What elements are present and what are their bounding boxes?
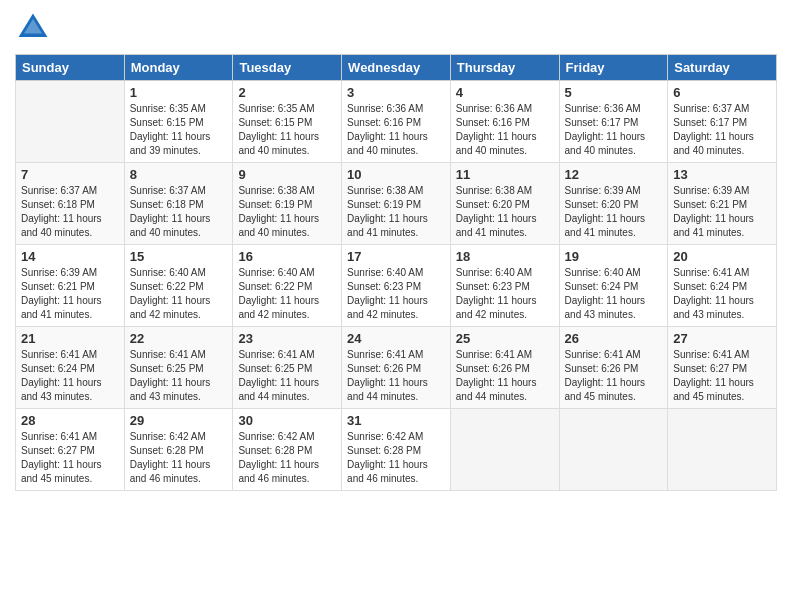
day-info: Sunrise: 6:40 AM Sunset: 6:24 PM Dayligh… [565, 266, 663, 322]
calendar-cell: 8Sunrise: 6:37 AM Sunset: 6:18 PM Daylig… [124, 163, 233, 245]
day-info: Sunrise: 6:37 AM Sunset: 6:18 PM Dayligh… [21, 184, 119, 240]
day-info: Sunrise: 6:38 AM Sunset: 6:20 PM Dayligh… [456, 184, 554, 240]
calendar-cell: 9Sunrise: 6:38 AM Sunset: 6:19 PM Daylig… [233, 163, 342, 245]
day-number: 17 [347, 249, 445, 264]
day-number: 19 [565, 249, 663, 264]
day-info: Sunrise: 6:38 AM Sunset: 6:19 PM Dayligh… [238, 184, 336, 240]
calendar-cell: 26Sunrise: 6:41 AM Sunset: 6:26 PM Dayli… [559, 327, 668, 409]
calendar-cell: 22Sunrise: 6:41 AM Sunset: 6:25 PM Dayli… [124, 327, 233, 409]
day-info: Sunrise: 6:42 AM Sunset: 6:28 PM Dayligh… [238, 430, 336, 486]
day-number: 5 [565, 85, 663, 100]
day-header-thursday: Thursday [450, 55, 559, 81]
day-info: Sunrise: 6:41 AM Sunset: 6:24 PM Dayligh… [673, 266, 771, 322]
logo [15, 10, 55, 46]
calendar-cell: 15Sunrise: 6:40 AM Sunset: 6:22 PM Dayli… [124, 245, 233, 327]
day-number: 21 [21, 331, 119, 346]
day-info: Sunrise: 6:36 AM Sunset: 6:16 PM Dayligh… [347, 102, 445, 158]
week-row-3: 14Sunrise: 6:39 AM Sunset: 6:21 PM Dayli… [16, 245, 777, 327]
day-info: Sunrise: 6:35 AM Sunset: 6:15 PM Dayligh… [130, 102, 228, 158]
week-row-4: 21Sunrise: 6:41 AM Sunset: 6:24 PM Dayli… [16, 327, 777, 409]
day-info: Sunrise: 6:39 AM Sunset: 6:21 PM Dayligh… [673, 184, 771, 240]
day-header-tuesday: Tuesday [233, 55, 342, 81]
day-info: Sunrise: 6:35 AM Sunset: 6:15 PM Dayligh… [238, 102, 336, 158]
calendar-cell: 12Sunrise: 6:39 AM Sunset: 6:20 PM Dayli… [559, 163, 668, 245]
week-row-2: 7Sunrise: 6:37 AM Sunset: 6:18 PM Daylig… [16, 163, 777, 245]
calendar-cell: 20Sunrise: 6:41 AM Sunset: 6:24 PM Dayli… [668, 245, 777, 327]
day-info: Sunrise: 6:39 AM Sunset: 6:21 PM Dayligh… [21, 266, 119, 322]
day-header-saturday: Saturday [668, 55, 777, 81]
day-info: Sunrise: 6:38 AM Sunset: 6:19 PM Dayligh… [347, 184, 445, 240]
day-number: 6 [673, 85, 771, 100]
calendar-table: SundayMondayTuesdayWednesdayThursdayFrid… [15, 54, 777, 491]
calendar-cell [559, 409, 668, 491]
day-number: 15 [130, 249, 228, 264]
calendar-cell [16, 81, 125, 163]
calendar-cell [668, 409, 777, 491]
day-number: 28 [21, 413, 119, 428]
calendar-cell: 28Sunrise: 6:41 AM Sunset: 6:27 PM Dayli… [16, 409, 125, 491]
day-info: Sunrise: 6:41 AM Sunset: 6:25 PM Dayligh… [130, 348, 228, 404]
day-info: Sunrise: 6:40 AM Sunset: 6:22 PM Dayligh… [130, 266, 228, 322]
day-header-wednesday: Wednesday [342, 55, 451, 81]
day-info: Sunrise: 6:42 AM Sunset: 6:28 PM Dayligh… [130, 430, 228, 486]
day-header-monday: Monday [124, 55, 233, 81]
calendar-cell: 1Sunrise: 6:35 AM Sunset: 6:15 PM Daylig… [124, 81, 233, 163]
calendar-cell [450, 409, 559, 491]
day-info: Sunrise: 6:41 AM Sunset: 6:26 PM Dayligh… [565, 348, 663, 404]
header-row: SundayMondayTuesdayWednesdayThursdayFrid… [16, 55, 777, 81]
day-number: 2 [238, 85, 336, 100]
calendar-cell: 2Sunrise: 6:35 AM Sunset: 6:15 PM Daylig… [233, 81, 342, 163]
day-header-friday: Friday [559, 55, 668, 81]
calendar-cell: 19Sunrise: 6:40 AM Sunset: 6:24 PM Dayli… [559, 245, 668, 327]
calendar-cell: 29Sunrise: 6:42 AM Sunset: 6:28 PM Dayli… [124, 409, 233, 491]
day-number: 16 [238, 249, 336, 264]
week-row-5: 28Sunrise: 6:41 AM Sunset: 6:27 PM Dayli… [16, 409, 777, 491]
day-info: Sunrise: 6:41 AM Sunset: 6:26 PM Dayligh… [456, 348, 554, 404]
calendar-cell: 27Sunrise: 6:41 AM Sunset: 6:27 PM Dayli… [668, 327, 777, 409]
calendar-cell: 25Sunrise: 6:41 AM Sunset: 6:26 PM Dayli… [450, 327, 559, 409]
day-number: 7 [21, 167, 119, 182]
day-number: 29 [130, 413, 228, 428]
day-info: Sunrise: 6:41 AM Sunset: 6:27 PM Dayligh… [673, 348, 771, 404]
day-info: Sunrise: 6:37 AM Sunset: 6:17 PM Dayligh… [673, 102, 771, 158]
calendar-cell: 18Sunrise: 6:40 AM Sunset: 6:23 PM Dayli… [450, 245, 559, 327]
calendar-cell: 31Sunrise: 6:42 AM Sunset: 6:28 PM Dayli… [342, 409, 451, 491]
logo-icon [15, 10, 51, 46]
day-number: 14 [21, 249, 119, 264]
day-info: Sunrise: 6:36 AM Sunset: 6:16 PM Dayligh… [456, 102, 554, 158]
day-number: 8 [130, 167, 228, 182]
week-row-1: 1Sunrise: 6:35 AM Sunset: 6:15 PM Daylig… [16, 81, 777, 163]
header [15, 10, 777, 46]
calendar-cell: 21Sunrise: 6:41 AM Sunset: 6:24 PM Dayli… [16, 327, 125, 409]
day-info: Sunrise: 6:41 AM Sunset: 6:26 PM Dayligh… [347, 348, 445, 404]
day-number: 20 [673, 249, 771, 264]
calendar-cell: 17Sunrise: 6:40 AM Sunset: 6:23 PM Dayli… [342, 245, 451, 327]
day-info: Sunrise: 6:39 AM Sunset: 6:20 PM Dayligh… [565, 184, 663, 240]
calendar-cell: 11Sunrise: 6:38 AM Sunset: 6:20 PM Dayli… [450, 163, 559, 245]
day-number: 4 [456, 85, 554, 100]
day-number: 1 [130, 85, 228, 100]
calendar-cell: 10Sunrise: 6:38 AM Sunset: 6:19 PM Dayli… [342, 163, 451, 245]
calendar-cell: 16Sunrise: 6:40 AM Sunset: 6:22 PM Dayli… [233, 245, 342, 327]
day-info: Sunrise: 6:42 AM Sunset: 6:28 PM Dayligh… [347, 430, 445, 486]
day-number: 13 [673, 167, 771, 182]
calendar-cell: 5Sunrise: 6:36 AM Sunset: 6:17 PM Daylig… [559, 81, 668, 163]
day-info: Sunrise: 6:37 AM Sunset: 6:18 PM Dayligh… [130, 184, 228, 240]
calendar-cell: 6Sunrise: 6:37 AM Sunset: 6:17 PM Daylig… [668, 81, 777, 163]
day-number: 18 [456, 249, 554, 264]
day-number: 11 [456, 167, 554, 182]
calendar-cell: 30Sunrise: 6:42 AM Sunset: 6:28 PM Dayli… [233, 409, 342, 491]
day-info: Sunrise: 6:36 AM Sunset: 6:17 PM Dayligh… [565, 102, 663, 158]
calendar-cell: 23Sunrise: 6:41 AM Sunset: 6:25 PM Dayli… [233, 327, 342, 409]
day-number: 30 [238, 413, 336, 428]
day-number: 25 [456, 331, 554, 346]
day-info: Sunrise: 6:41 AM Sunset: 6:27 PM Dayligh… [21, 430, 119, 486]
day-number: 12 [565, 167, 663, 182]
day-info: Sunrise: 6:40 AM Sunset: 6:23 PM Dayligh… [347, 266, 445, 322]
day-header-sunday: Sunday [16, 55, 125, 81]
day-number: 3 [347, 85, 445, 100]
day-info: Sunrise: 6:41 AM Sunset: 6:25 PM Dayligh… [238, 348, 336, 404]
calendar-cell: 3Sunrise: 6:36 AM Sunset: 6:16 PM Daylig… [342, 81, 451, 163]
day-number: 26 [565, 331, 663, 346]
day-number: 24 [347, 331, 445, 346]
